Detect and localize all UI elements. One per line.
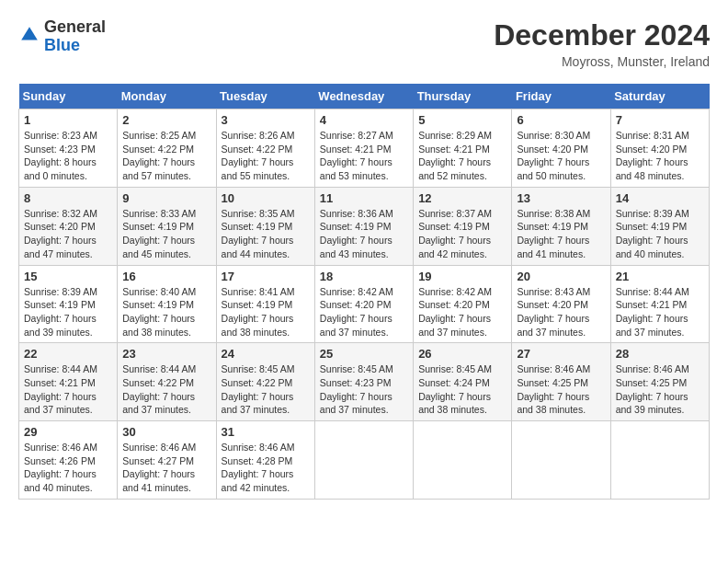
weekday-header: Wednesday: [314, 84, 413, 109]
calendar-cell: 21 Sunrise: 8:44 AM Sunset: 4:21 PM Dayl…: [610, 265, 709, 343]
day-info: Sunrise: 8:44 AM Sunset: 4:21 PM Dayligh…: [24, 362, 112, 417]
day-number: 18: [320, 270, 408, 283]
day-info: Sunrise: 8:23 AM Sunset: 4:23 PM Dayligh…: [24, 129, 112, 183]
day-info: Sunrise: 8:31 AM Sunset: 4:20 PM Dayligh…: [616, 129, 704, 183]
day-info: Sunrise: 8:40 AM Sunset: 4:19 PM Dayligh…: [122, 285, 210, 339]
day-number: 9: [122, 191, 210, 205]
day-info: Sunrise: 8:46 AM Sunset: 4:25 PM Dayligh…: [616, 362, 704, 417]
day-info: Sunrise: 8:42 AM Sunset: 4:20 PM Dayligh…: [418, 285, 506, 339]
day-info: Sunrise: 8:26 AM Sunset: 4:22 PM Dayligh…: [222, 129, 310, 183]
calendar-cell: 6 Sunrise: 8:30 AM Sunset: 4:20 PM Dayli…: [512, 109, 610, 188]
calendar-cell: 4 Sunrise: 8:27 AM Sunset: 4:21 PM Dayli…: [314, 109, 413, 188]
day-info: Sunrise: 8:38 AM Sunset: 4:19 PM Dayligh…: [517, 207, 605, 261]
calendar-cell: 18 Sunrise: 8:42 AM Sunset: 4:20 PM Dayl…: [314, 265, 413, 343]
day-number: 17: [222, 270, 310, 283]
day-info: Sunrise: 8:44 AM Sunset: 4:21 PM Dayligh…: [616, 285, 704, 339]
calendar-cell: 5 Sunrise: 8:29 AM Sunset: 4:21 PM Dayli…: [414, 109, 512, 188]
day-info: Sunrise: 8:46 AM Sunset: 4:28 PM Dayligh…: [222, 441, 310, 495]
weekday-header: Tuesday: [216, 84, 314, 109]
calendar-cell: 3 Sunrise: 8:26 AM Sunset: 4:22 PM Dayli…: [216, 109, 314, 188]
day-number: 16: [122, 270, 210, 283]
calendar-cell: 17 Sunrise: 8:41 AM Sunset: 4:19 PM Dayl…: [216, 265, 314, 343]
day-info: Sunrise: 8:45 AM Sunset: 4:22 PM Dayligh…: [222, 362, 310, 417]
calendar-cell: 9 Sunrise: 8:33 AM Sunset: 4:19 PM Dayli…: [118, 187, 216, 265]
day-number: 8: [24, 191, 112, 205]
day-number: 7: [616, 113, 704, 127]
title-area: December 2024 Moyross, Munster, Ireland: [494, 18, 710, 69]
day-number: 29: [24, 425, 112, 439]
day-info: Sunrise: 8:46 AM Sunset: 4:25 PM Dayligh…: [517, 362, 605, 417]
logo: General Blue: [18, 18, 106, 55]
calendar-cell: 30 Sunrise: 8:46 AM Sunset: 4:27 PM Dayl…: [118, 421, 216, 500]
calendar-cell: 16 Sunrise: 8:40 AM Sunset: 4:19 PM Dayl…: [118, 265, 216, 343]
day-number: 1: [24, 113, 112, 127]
day-number: 12: [418, 191, 506, 205]
calendar-week-row: 8 Sunrise: 8:32 AM Sunset: 4:20 PM Dayli…: [19, 187, 710, 265]
calendar-cell: 2 Sunrise: 8:25 AM Sunset: 4:22 PM Dayli…: [118, 109, 216, 188]
day-info: Sunrise: 8:35 AM Sunset: 4:19 PM Dayligh…: [222, 207, 310, 261]
day-number: 5: [418, 113, 506, 127]
calendar-cell: 23 Sunrise: 8:44 AM Sunset: 4:22 PM Dayl…: [118, 343, 216, 421]
day-number: 30: [122, 425, 210, 439]
day-info: Sunrise: 8:46 AM Sunset: 4:27 PM Dayligh…: [122, 441, 210, 495]
day-info: Sunrise: 8:44 AM Sunset: 4:22 PM Dayligh…: [122, 362, 210, 417]
calendar-cell: 8 Sunrise: 8:32 AM Sunset: 4:20 PM Dayli…: [19, 187, 118, 265]
calendar-week-row: 29 Sunrise: 8:46 AM Sunset: 4:26 PM Dayl…: [19, 421, 710, 500]
weekday-header: Thursday: [414, 84, 512, 109]
day-number: 26: [418, 347, 506, 361]
day-info: Sunrise: 8:45 AM Sunset: 4:23 PM Dayligh…: [320, 362, 408, 417]
logo-icon: [18, 24, 40, 46]
calendar-cell: 14 Sunrise: 8:39 AM Sunset: 4:19 PM Dayl…: [610, 187, 709, 265]
day-number: 2: [122, 113, 210, 127]
calendar-week-row: 22 Sunrise: 8:44 AM Sunset: 4:21 PM Dayl…: [19, 343, 710, 421]
day-info: Sunrise: 8:36 AM Sunset: 4:19 PM Dayligh…: [320, 207, 408, 261]
calendar-cell: 13 Sunrise: 8:38 AM Sunset: 4:19 PM Dayl…: [512, 187, 610, 265]
calendar-cell: [610, 421, 709, 500]
day-number: 31: [222, 425, 310, 439]
day-number: 15: [24, 270, 112, 283]
calendar-cell: [512, 421, 610, 500]
calendar-cell: 10 Sunrise: 8:35 AM Sunset: 4:19 PM Dayl…: [216, 187, 314, 265]
day-number: 22: [24, 347, 112, 361]
day-info: Sunrise: 8:25 AM Sunset: 4:22 PM Dayligh…: [122, 129, 210, 183]
day-info: Sunrise: 8:32 AM Sunset: 4:20 PM Dayligh…: [24, 207, 112, 261]
day-number: 4: [320, 113, 408, 127]
day-number: 3: [222, 113, 310, 127]
month-title: December 2024: [494, 18, 710, 52]
calendar-cell: 7 Sunrise: 8:31 AM Sunset: 4:20 PM Dayli…: [610, 109, 709, 188]
calendar-cell: 12 Sunrise: 8:37 AM Sunset: 4:19 PM Dayl…: [414, 187, 512, 265]
day-number: 21: [616, 270, 704, 283]
day-number: 28: [616, 347, 704, 361]
calendar-table: SundayMondayTuesdayWednesdayThursdayFrid…: [18, 84, 710, 500]
day-info: Sunrise: 8:39 AM Sunset: 4:19 PM Dayligh…: [24, 285, 112, 339]
day-number: 6: [517, 113, 605, 127]
weekday-header: Saturday: [610, 84, 709, 109]
calendar-cell: 19 Sunrise: 8:42 AM Sunset: 4:20 PM Dayl…: [414, 265, 512, 343]
day-info: Sunrise: 8:30 AM Sunset: 4:20 PM Dayligh…: [517, 129, 605, 183]
day-number: 20: [517, 270, 605, 283]
svg-marker-0: [21, 27, 38, 40]
header: General Blue December 2024 Moyross, Muns…: [18, 18, 710, 69]
location-title: Moyross, Munster, Ireland: [494, 54, 710, 69]
day-info: Sunrise: 8:37 AM Sunset: 4:19 PM Dayligh…: [418, 207, 506, 261]
day-number: 19: [418, 270, 506, 283]
day-info: Sunrise: 8:46 AM Sunset: 4:26 PM Dayligh…: [24, 441, 112, 495]
calendar-cell: [414, 421, 512, 500]
weekday-header: Sunday: [19, 84, 118, 109]
calendar-cell: 11 Sunrise: 8:36 AM Sunset: 4:19 PM Dayl…: [314, 187, 413, 265]
calendar-cell: 29 Sunrise: 8:46 AM Sunset: 4:26 PM Dayl…: [19, 421, 118, 500]
day-number: 10: [222, 191, 310, 205]
day-info: Sunrise: 8:43 AM Sunset: 4:20 PM Dayligh…: [517, 285, 605, 339]
calendar-week-row: 1 Sunrise: 8:23 AM Sunset: 4:23 PM Dayli…: [19, 109, 710, 188]
day-number: 25: [320, 347, 408, 361]
day-number: 23: [122, 347, 210, 361]
day-info: Sunrise: 8:29 AM Sunset: 4:21 PM Dayligh…: [418, 129, 506, 183]
day-info: Sunrise: 8:39 AM Sunset: 4:19 PM Dayligh…: [616, 207, 704, 261]
calendar-cell: 22 Sunrise: 8:44 AM Sunset: 4:21 PM Dayl…: [19, 343, 118, 421]
day-info: Sunrise: 8:42 AM Sunset: 4:20 PM Dayligh…: [320, 285, 408, 339]
calendar-cell: 25 Sunrise: 8:45 AM Sunset: 4:23 PM Dayl…: [314, 343, 413, 421]
calendar-cell: 27 Sunrise: 8:46 AM Sunset: 4:25 PM Dayl…: [512, 343, 610, 421]
calendar-cell: 26 Sunrise: 8:45 AM Sunset: 4:24 PM Dayl…: [414, 343, 512, 421]
day-number: 24: [222, 347, 310, 361]
calendar-cell: 31 Sunrise: 8:46 AM Sunset: 4:28 PM Dayl…: [216, 421, 314, 500]
